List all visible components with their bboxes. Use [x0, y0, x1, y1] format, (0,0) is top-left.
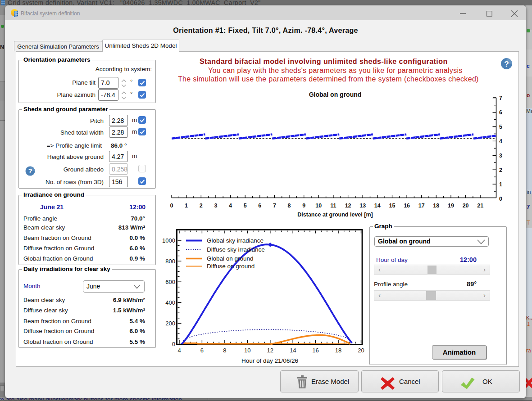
svg-text:800: 800 — [165, 258, 175, 265]
svg-text:3: 3 — [499, 153, 502, 159]
svg-text:1: 1 — [185, 203, 188, 209]
svg-text:400: 400 — [165, 299, 175, 306]
svg-text:Global on ground: Global on ground — [309, 91, 362, 98]
svg-text:20: 20 — [358, 347, 364, 354]
svg-text:4: 4 — [177, 347, 181, 354]
svg-text:17: 17 — [418, 203, 425, 209]
svg-text:12: 12 — [345, 203, 351, 209]
svg-text:?: ? — [28, 167, 32, 175]
svg-text:16: 16 — [312, 347, 318, 354]
svg-text:14: 14 — [374, 203, 381, 209]
svg-text:600: 600 — [165, 279, 175, 285]
svg-text:8: 8 — [223, 347, 226, 354]
svg-text:Global sky irradiance: Global sky irradiance — [207, 237, 264, 244]
svg-text:12: 12 — [267, 347, 273, 354]
svg-text:?: ? — [504, 60, 509, 68]
svg-text:1: 1 — [499, 181, 502, 188]
svg-text:21: 21 — [477, 203, 483, 209]
svg-text:20: 20 — [463, 203, 469, 209]
svg-text:8: 8 — [288, 203, 291, 209]
svg-text:2: 2 — [499, 167, 502, 173]
svg-text:11: 11 — [330, 203, 336, 209]
svg-text:Diffuse sky irradiance: Diffuse sky irradiance — [207, 246, 265, 253]
svg-text:19: 19 — [448, 203, 454, 209]
svg-text:6: 6 — [200, 347, 204, 354]
svg-text:13: 13 — [359, 203, 366, 209]
svg-text:3: 3 — [214, 203, 217, 209]
svg-text:0: 0 — [172, 341, 175, 347]
svg-text:10: 10 — [244, 347, 250, 354]
svg-text:200: 200 — [165, 320, 175, 327]
svg-text:0: 0 — [499, 196, 502, 202]
svg-text:1000: 1000 — [162, 237, 175, 244]
svg-text:6: 6 — [258, 203, 261, 209]
svg-text:Global on ground: Global on ground — [207, 255, 254, 262]
svg-text:2: 2 — [200, 203, 203, 209]
svg-text:7: 7 — [273, 203, 276, 209]
svg-text:18: 18 — [433, 203, 439, 209]
svg-text:4: 4 — [499, 138, 502, 144]
svg-text:Diffuse on ground: Diffuse on ground — [207, 263, 255, 270]
svg-text:4: 4 — [229, 203, 232, 209]
svg-text:0: 0 — [170, 203, 173, 209]
svg-text:5: 5 — [499, 124, 502, 130]
svg-text:15: 15 — [389, 203, 396, 209]
svg-text:5: 5 — [244, 203, 247, 209]
svg-text:Distance at ground level [m]: Distance at ground level [m] — [297, 212, 373, 218]
svg-text:16: 16 — [404, 203, 410, 209]
svg-text:10: 10 — [315, 203, 322, 209]
svg-text:7: 7 — [499, 95, 502, 101]
svg-text:14: 14 — [290, 347, 296, 354]
svg-text:6: 6 — [499, 109, 502, 116]
svg-text:9: 9 — [302, 203, 305, 209]
svg-text:Hour of day 21/06/26: Hour of day 21/06/26 — [241, 357, 298, 364]
svg-text:18: 18 — [335, 347, 341, 354]
